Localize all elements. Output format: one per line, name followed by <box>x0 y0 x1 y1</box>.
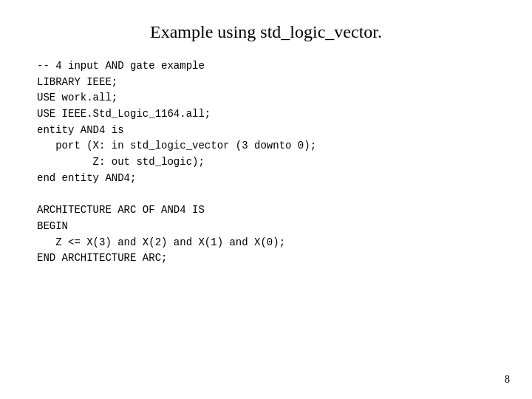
code-line-10: BEGIN <box>37 219 502 235</box>
code-line-11: Z <= X(3) and X(2) and X(1) and X(0); <box>37 235 502 251</box>
code-line-5: entity AND4 is <box>37 123 502 139</box>
code-line-1: -- 4 input AND gate example <box>37 58 502 75</box>
code-block: -- 4 input AND gate example LIBRARY IEEE… <box>37 58 502 267</box>
code-line-6: port (X: in std_logic_vector (3 downto 0… <box>37 138 502 154</box>
page-number: 8 <box>505 374 510 386</box>
code-line-3: USE work.all; <box>37 90 502 106</box>
code-line-7: Z: out std_logic); <box>37 154 502 171</box>
code-line-12: END ARCHITECTURE ARC; <box>37 250 502 267</box>
slide-container: Example using std_logic_vector. -- 4 inp… <box>0 0 532 399</box>
code-line-9: ARCHITECTURE ARC OF AND4 IS <box>37 202 502 219</box>
code-line-4: USE IEEE.Std_Logic_1164.all; <box>37 106 502 123</box>
code-line-spacer <box>37 187 502 203</box>
code-line-8: end entity AND4; <box>37 171 502 187</box>
slide-title: Example using std_logic_vector. <box>30 22 502 42</box>
code-line-2: LIBRARY IEEE; <box>37 75 502 91</box>
